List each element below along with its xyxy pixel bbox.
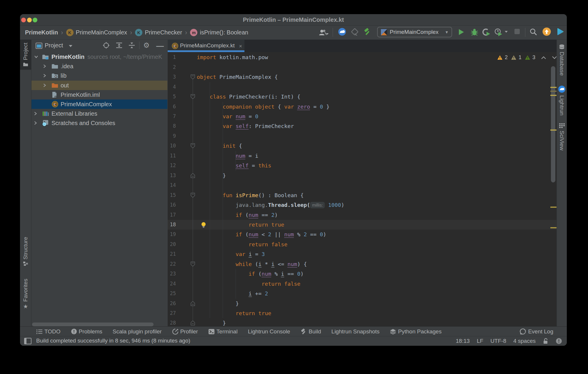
code-line[interactable]: 24 return false bbox=[168, 279, 557, 289]
code-line[interactable]: 18 return true bbox=[168, 220, 557, 230]
code-line[interactable]: 8 var self: PrimeChecker bbox=[168, 121, 557, 131]
toolwindow-button-terminal[interactable]: Terminal bbox=[208, 328, 238, 335]
tree-item-scratches-and-consoles[interactable]: Scratches and Consoles bbox=[31, 118, 167, 128]
build-hammer-icon[interactable] bbox=[363, 28, 372, 36]
fold-marker-open[interactable] bbox=[191, 193, 195, 198]
toolwindow-button-problems[interactable]: Problems bbox=[71, 328, 102, 335]
layout-icon[interactable] bbox=[24, 338, 31, 344]
code-line[interactable]: 16 java.lang.Thread.sleep(millis: 1000) bbox=[168, 200, 557, 210]
code-line[interactable]: 12 self = this bbox=[168, 161, 557, 170]
code-line[interactable]: 25 i += 2 bbox=[168, 289, 557, 298]
code-line[interactable]: 10 init { bbox=[168, 141, 557, 151]
fold-marker-close[interactable] bbox=[191, 301, 195, 306]
fold-marker-open[interactable] bbox=[191, 94, 195, 99]
tool-strip-project-tab[interactable]: Project bbox=[20, 40, 31, 70]
code-line[interactable]: 4 bbox=[168, 82, 557, 92]
intention-bulb-icon[interactable] bbox=[201, 222, 206, 228]
next-warning-icon[interactable] bbox=[552, 56, 557, 59]
code-line[interactable]: 2 bbox=[168, 62, 557, 72]
code-line[interactable]: 17 if (num == 2) bbox=[168, 210, 557, 220]
code-line[interactable]: 28 } bbox=[168, 318, 557, 327]
close-tab-icon[interactable]: × bbox=[239, 43, 242, 49]
code-line[interactable]: 22 while (i * i <= num) { bbox=[168, 259, 557, 269]
chevron-down-icon[interactable] bbox=[504, 30, 508, 33]
fold-marker-open[interactable] bbox=[191, 262, 195, 267]
fold-marker-open[interactable] bbox=[191, 74, 195, 79]
fold-marker-close[interactable] bbox=[191, 320, 195, 325]
code-line[interactable]: 5 class PrimeChecker(i: Int) { bbox=[168, 92, 557, 102]
update-available-icon[interactable] bbox=[542, 27, 551, 36]
fold-marker-close[interactable] bbox=[191, 173, 195, 178]
profiler-button[interactable] bbox=[494, 28, 502, 36]
code-line[interactable]: 21 var i = 3 bbox=[168, 249, 557, 259]
expand-selection-icon[interactable] bbox=[115, 42, 123, 49]
toolwindow-button-python-packages[interactable]: Python Packages bbox=[390, 328, 442, 335]
toolwindow-button-event-log[interactable]: Event Log bbox=[519, 328, 553, 335]
chevron-right-icon[interactable] bbox=[43, 83, 46, 87]
hide-panel-icon[interactable]: — bbox=[156, 41, 164, 51]
chevron-right-icon[interactable] bbox=[34, 112, 37, 116]
breadcrumb-item[interactable]: misPrime(): Boolean bbox=[190, 29, 248, 36]
tree-item-out[interactable]: out bbox=[31, 81, 167, 90]
code-line[interactable]: 6 companion object { var zero = 0 } bbox=[168, 102, 557, 112]
code-line[interactable]: 11 num = i bbox=[168, 151, 557, 161]
toolwindow-button-build[interactable]: Build bbox=[300, 328, 321, 335]
chevron-right-icon[interactable] bbox=[34, 121, 37, 125]
tool-strip-lightrun-tab[interactable]: Lightrun bbox=[557, 85, 567, 116]
tool-strip-database-tab[interactable]: Database bbox=[557, 44, 567, 76]
status-item-lf[interactable]: LF bbox=[477, 338, 483, 344]
toolwindow-button-todo[interactable]: TODO bbox=[36, 328, 61, 335]
status-item-utf-8[interactable]: UTF-8 bbox=[490, 338, 506, 344]
code-line[interactable]: 20 return false bbox=[168, 240, 557, 249]
debug-button[interactable] bbox=[471, 28, 478, 36]
chevron-down-icon[interactable] bbox=[34, 56, 38, 58]
toolwindow-button-lightrun-console[interactable]: Lightrun Console bbox=[248, 328, 290, 335]
tool-strip-structure-tab[interactable]: Structure bbox=[20, 237, 31, 270]
search-everywhere-icon[interactable] bbox=[529, 28, 537, 36]
run-configuration-select[interactable]: PrimeMainComplex▼ bbox=[377, 27, 452, 37]
tree-item-primemaincomplex[interactable]: PrimeMainComplex bbox=[31, 99, 167, 109]
notifications-icon[interactable] bbox=[556, 338, 562, 344]
horizontal-scrollbar[interactable] bbox=[32, 323, 154, 326]
run-button[interactable] bbox=[458, 28, 465, 36]
code-line[interactable]: 13 } bbox=[168, 171, 557, 180]
fold-marker-open[interactable] bbox=[191, 143, 195, 148]
code-editor[interactable]: 1import kotlin.math.pow23object PrimeMai… bbox=[168, 52, 557, 327]
toolwindow-button-scala-plugin-profiler[interactable]: Scala plugin profiler bbox=[113, 328, 162, 335]
run-with-coverage-button[interactable] bbox=[482, 28, 491, 36]
code-line[interactable]: 9 bbox=[168, 131, 557, 141]
editor-scrollbar-thumb[interactable] bbox=[551, 66, 555, 182]
chevron-right-icon[interactable] bbox=[43, 64, 46, 68]
toolbox-icon[interactable] bbox=[556, 27, 564, 36]
code-line[interactable]: 14 bbox=[168, 180, 557, 190]
code-line[interactable]: 23 if (num % i == 0) bbox=[168, 269, 557, 279]
code-line[interactable]: 7 var num = 0 bbox=[168, 112, 557, 121]
tree-item-primekotlin[interactable]: PrimeKotlinsources root, ~/temp/PrimeK bbox=[31, 52, 167, 61]
tree-item-primekotlin-iml[interactable]: PrimeKotlin.iml bbox=[31, 90, 167, 99]
locate-icon[interactable] bbox=[103, 42, 110, 49]
status-item-4-spaces[interactable]: 4 spaces bbox=[513, 338, 536, 344]
users-icon[interactable] bbox=[319, 29, 329, 37]
breadcrumb-item[interactable]: KPrimeMainComplex bbox=[66, 29, 127, 36]
collapse-all-icon[interactable] bbox=[128, 42, 136, 49]
code-line[interactable]: 3object PrimeMainComplex { bbox=[168, 72, 557, 82]
breadcrumb-root[interactable]: PrimeKotlin bbox=[25, 29, 58, 36]
code-line[interactable]: 19 if (num < 2 || num % 2 == 0) bbox=[168, 230, 557, 239]
toolwindow-button-lightrun-snapshots[interactable]: Lightrun Snapshots bbox=[332, 328, 380, 335]
tree-item--idea[interactable]: .idea bbox=[31, 61, 167, 71]
tree-item-lib[interactable]: lib bbox=[31, 71, 167, 80]
tool-strip-favorites-tab[interactable]: Favorites★ bbox=[20, 279, 31, 310]
chevron-right-icon[interactable] bbox=[43, 74, 46, 78]
settings-icon[interactable]: ⚙ bbox=[143, 41, 150, 49]
toolwindow-button-profiler[interactable]: Profiler bbox=[172, 328, 198, 335]
code-line[interactable]: 15 fun isPrime() : Boolean { bbox=[168, 190, 557, 200]
tool-strip-sciview-tab[interactable]: SciView bbox=[557, 123, 567, 150]
prev-warning-icon[interactable] bbox=[541, 56, 546, 59]
code-line[interactable]: 27 return true bbox=[168, 308, 557, 318]
editor-tab[interactable]: PrimeMainComplex.kt × bbox=[168, 40, 244, 52]
status-item-18-13[interactable]: 18:13 bbox=[456, 338, 470, 344]
tree-item-external-libraries[interactable]: External Libraries bbox=[31, 109, 167, 118]
code-with-me-icon[interactable] bbox=[338, 28, 346, 36]
breadcrumb-item[interactable]: KPrimeChecker bbox=[135, 29, 182, 36]
inspections-widget[interactable]: 213 bbox=[497, 54, 557, 61]
